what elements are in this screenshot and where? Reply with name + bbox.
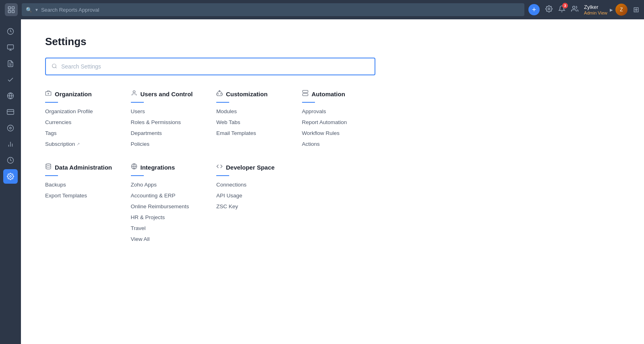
- section-header-automation: Automation: [302, 90, 376, 98]
- link-organization-profile[interactable]: Organization Profile: [45, 108, 119, 114]
- link-policies[interactable]: Policies: [131, 141, 205, 147]
- settings-search-input[interactable]: [61, 63, 369, 70]
- link-actions[interactable]: Actions: [302, 141, 376, 147]
- link-web-tabs[interactable]: Web Tabs: [216, 119, 290, 125]
- link-email-templates[interactable]: Email Templates: [216, 130, 290, 136]
- sidebar-item-trips[interactable]: [3, 89, 18, 103]
- settings-grid: OrganizationOrganization ProfileCurrenci…: [45, 90, 375, 242]
- search-input[interactable]: [41, 7, 520, 13]
- users-icon[interactable]: [571, 5, 578, 14]
- link-zsc-key[interactable]: ZSC Key: [216, 203, 290, 209]
- settings-search-box[interactable]: [45, 58, 375, 75]
- top-navigation: 🔍 ▼ + 3 Zylker Admin View: [0, 0, 644, 19]
- svg-rect-1: [12, 7, 14, 9]
- external-link-icon: ↗: [77, 142, 80, 146]
- settings-content: Settings OrganizationOrganization Profil…: [21, 19, 644, 344]
- topnav-actions: + 3 Zylker Admin View ▶ Z: [528, 4, 639, 16]
- section-icon-customization: [216, 90, 223, 98]
- section-divider-automation: [302, 102, 315, 103]
- link-view-all[interactable]: View All: [131, 236, 205, 242]
- search-dropdown[interactable]: ▼: [35, 8, 39, 12]
- section-header-developer-space: Developer Space: [216, 163, 290, 171]
- sidebar-item-settings[interactable]: [3, 169, 18, 184]
- svg-rect-2: [8, 10, 11, 13]
- svg-point-17: [10, 127, 12, 129]
- svg-point-23: [52, 64, 56, 67]
- link-tags[interactable]: Tags: [45, 130, 119, 136]
- link-departments[interactable]: Departments: [131, 130, 205, 136]
- svg-rect-7: [8, 45, 14, 49]
- sidebar: [0, 19, 21, 344]
- section-links-developer-space: ConnectionsAPI UsageZSC Key: [216, 182, 290, 209]
- settings-icon[interactable]: [545, 5, 553, 14]
- notifications-icon[interactable]: 3: [558, 5, 565, 14]
- link-currencies[interactable]: Currencies: [45, 119, 119, 125]
- svg-point-16: [8, 125, 14, 131]
- link-export-templates[interactable]: Export Templates: [45, 193, 119, 199]
- link-users[interactable]: Users: [131, 108, 205, 114]
- section-title-data-administration: Data Administration: [55, 164, 112, 171]
- app-logo[interactable]: [5, 3, 18, 16]
- user-menu[interactable]: Zylker Admin View ▶ Z: [584, 4, 627, 16]
- sidebar-item-cards[interactable]: [3, 105, 18, 119]
- page-title: Settings: [45, 35, 620, 48]
- user-name: Zylker: [584, 4, 607, 10]
- section-title-developer-space: Developer Space: [226, 164, 275, 171]
- sidebar-item-reports[interactable]: [3, 56, 18, 71]
- svg-point-5: [573, 6, 575, 8]
- link-api-usage[interactable]: API Usage: [216, 193, 290, 199]
- section-header-integrations: Integrations: [131, 163, 205, 171]
- section-header-customization: Customization: [216, 90, 290, 98]
- svg-point-22: [10, 176, 12, 178]
- link-backups[interactable]: Backups: [45, 182, 119, 188]
- section-icon-developer-space: [216, 163, 223, 171]
- link-approvals[interactable]: Approvals: [302, 108, 376, 114]
- settings-search-icon: [52, 63, 57, 70]
- sidebar-item-analytics[interactable]: [3, 137, 18, 151]
- settings-section-automation: AutomationApprovalsReport AutomationWork…: [302, 90, 376, 147]
- settings-section-users-control: Users and ControlUsersRoles & Permission…: [131, 90, 205, 147]
- link-connections[interactable]: Connections: [216, 182, 290, 188]
- global-search[interactable]: 🔍 ▼: [22, 3, 524, 16]
- section-links-organization: Organization ProfileCurrenciesTagsSubscr…: [45, 108, 119, 147]
- link-roles--permissions[interactable]: Roles & Permissions: [131, 119, 205, 125]
- link-report-automation[interactable]: Report Automation: [302, 119, 376, 125]
- section-links-data-administration: BackupsExport Templates: [45, 182, 119, 199]
- link-workflow-rules[interactable]: Workflow Rules: [302, 130, 376, 136]
- svg-point-30: [221, 93, 221, 94]
- link-modules[interactable]: Modules: [216, 108, 290, 114]
- main-layout: Settings OrganizationOrganization Profil…: [0, 19, 644, 344]
- add-button[interactable]: +: [528, 4, 540, 15]
- app-grid-icon[interactable]: ⊞: [633, 5, 639, 14]
- section-header-organization: Organization: [45, 90, 119, 98]
- section-icon-integrations: [131, 163, 137, 171]
- section-divider-organization: [45, 102, 58, 103]
- user-role: Admin View: [584, 10, 607, 15]
- settings-section-developer-space: Developer SpaceConnectionsAPI UsageZSC K…: [216, 163, 290, 242]
- avatar[interactable]: Z: [615, 4, 627, 16]
- svg-point-28: [133, 91, 135, 93]
- sidebar-item-scan[interactable]: [3, 121, 18, 135]
- user-dropdown-arrow: ▶: [610, 8, 613, 12]
- section-divider-integrations: [131, 175, 144, 176]
- svg-rect-0: [8, 7, 11, 9]
- link-accounting--erp[interactable]: Accounting & ERP: [131, 193, 205, 199]
- section-links-users-control: UsersRoles & PermissionsDepartmentsPolic…: [131, 108, 205, 147]
- section-icon-users-control: [131, 90, 137, 98]
- svg-rect-31: [302, 90, 308, 92]
- sidebar-item-dashboard[interactable]: [3, 24, 18, 39]
- sidebar-item-expenses[interactable]: [3, 40, 18, 55]
- sidebar-item-time[interactable]: [3, 153, 18, 168]
- section-divider-customization: [216, 102, 229, 103]
- link-subscription[interactable]: Subscription↗: [45, 141, 119, 147]
- svg-rect-3: [12, 10, 14, 13]
- link-hr--projects[interactable]: HR & Projects: [131, 214, 205, 220]
- link-zoho-apps[interactable]: Zoho Apps: [131, 182, 205, 188]
- sidebar-item-approvals[interactable]: [3, 73, 18, 87]
- link-travel[interactable]: Travel: [131, 225, 205, 231]
- svg-line-24: [56, 67, 57, 68]
- section-header-data-administration: Data Administration: [45, 163, 119, 171]
- link-online-reimbursements[interactable]: Online Reimbursements: [131, 203, 205, 209]
- svg-point-29: [218, 93, 218, 94]
- section-icon-automation: [302, 90, 309, 98]
